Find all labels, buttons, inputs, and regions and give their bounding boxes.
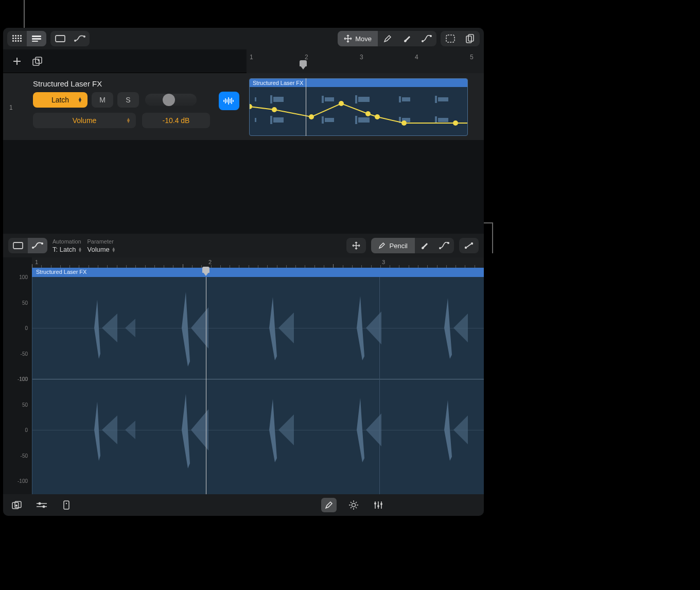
svg-rect-49 <box>273 117 284 123</box>
editor-show-automation-button[interactable] <box>459 238 479 253</box>
edit-mode-button[interactable] <box>321 498 337 512</box>
grid-view-button[interactable] <box>7 31 27 46</box>
track-header[interactable]: 1 Structured Laser FX Latch ▲▼ M S Volum… <box>3 73 247 140</box>
display-mode-group <box>50 31 90 46</box>
ruler-mark: 5 <box>470 54 474 61</box>
move-tool-label: Move <box>355 35 372 43</box>
marquee-button[interactable] <box>441 31 460 46</box>
automation-line[interactable] <box>250 79 468 136</box>
move-tool-button[interactable]: Move <box>338 31 378 46</box>
curve-icon <box>439 242 449 249</box>
library-button[interactable] <box>9 498 25 512</box>
pencil-icon <box>378 242 386 249</box>
track-controls-row1: Latch ▲▼ M S <box>33 92 240 108</box>
editor-parameter[interactable]: Parameter Volume▲▼ <box>87 238 115 253</box>
editor-parameter-value: Volume <box>87 246 109 253</box>
solo-button[interactable]: S <box>117 92 139 108</box>
svg-point-71 <box>43 506 45 508</box>
region-waveform-top <box>250 92 468 107</box>
editor-region-title: Structured Laser FX <box>32 268 484 277</box>
ruler-mark: 3 <box>360 54 363 61</box>
track-lane[interactable]: Structured Laser FX <box>247 73 484 140</box>
editor-playhead[interactable] <box>202 267 209 276</box>
audio-region[interactable]: Structured Laser FX <box>249 78 468 136</box>
timeline-ruler[interactable]: 1 2 3 4 5 <box>247 49 484 73</box>
parameter-label: Volume <box>73 116 97 125</box>
yaxis-label: -100 <box>18 478 28 484</box>
editor-automation-mode[interactable]: Automation T: Latch▲▼ <box>52 238 82 253</box>
svg-rect-55 <box>402 118 410 122</box>
move-icon <box>344 34 352 43</box>
pencil-tool-button[interactable] <box>378 31 397 46</box>
editor-playhead-line <box>206 277 206 494</box>
editor-curve-tool-button[interactable] <box>434 238 454 253</box>
svg-rect-2 <box>18 35 19 37</box>
svg-rect-39 <box>322 96 324 103</box>
audio-editor: Automation T: Latch▲▼ Parameter Volume▲▼… <box>3 234 484 494</box>
nodes-icon <box>464 242 474 249</box>
brush-icon <box>420 241 429 250</box>
editor-waveform-left <box>32 277 484 379</box>
svg-rect-54 <box>399 117 401 123</box>
brush-tool-button[interactable] <box>397 31 417 46</box>
automation-point[interactable] <box>272 107 277 112</box>
svg-rect-10 <box>18 40 19 42</box>
svg-point-18 <box>422 40 424 42</box>
editor-pencil-tool-button[interactable]: Pencil <box>371 238 415 253</box>
svg-rect-14 <box>32 41 38 42</box>
svg-rect-8 <box>12 40 14 42</box>
sliders-icon <box>37 501 47 509</box>
duplicate-track-button[interactable] <box>29 54 46 69</box>
region-view-button[interactable] <box>50 31 70 46</box>
svg-point-60 <box>41 242 43 245</box>
editor-waveform-area[interactable] <box>32 277 484 494</box>
automation-view-button[interactable] <box>70 31 90 46</box>
mixer-button[interactable] <box>34 498 49 512</box>
editor-ruler[interactable]: 1 2 3 <box>32 257 484 268</box>
playhead[interactable] <box>300 60 307 70</box>
svg-rect-58 <box>13 242 23 249</box>
top-toolbar: Move <box>3 28 484 49</box>
ruler-mark: 4 <box>415 54 418 61</box>
svg-point-62 <box>447 242 449 244</box>
view-mode-group <box>7 31 46 46</box>
remote-button[interactable] <box>59 498 74 512</box>
plus-icon <box>12 57 22 66</box>
eq-button[interactable] <box>371 498 386 512</box>
pan-knob[interactable] <box>145 94 197 106</box>
add-track-button[interactable] <box>8 54 26 69</box>
automation-parameter-selector[interactable]: Volume ▲▼ <box>33 113 136 128</box>
svg-rect-52 <box>355 116 357 124</box>
svg-point-88 <box>380 503 382 505</box>
svg-rect-13 <box>32 38 41 40</box>
list-view-button[interactable] <box>27 31 46 46</box>
svg-rect-37 <box>270 95 272 103</box>
svg-point-74 <box>352 504 356 507</box>
editor-automation-value: T: Latch <box>52 246 76 253</box>
svg-point-87 <box>377 505 379 507</box>
svg-rect-5 <box>15 38 16 39</box>
updown-icon: ▲▼ <box>78 247 82 252</box>
svg-rect-22 <box>468 34 474 41</box>
copy-icon <box>466 34 474 43</box>
brightness-button[interactable] <box>346 498 361 512</box>
updown-icon: ▲▼ <box>126 118 131 123</box>
editor-tool-group: Pencil <box>371 238 454 253</box>
svg-point-67 <box>15 505 18 507</box>
mute-button[interactable]: M <box>92 92 113 108</box>
editor-automation-view-button[interactable] <box>28 238 47 253</box>
svg-rect-36 <box>255 97 256 101</box>
editor-region-view-button[interactable] <box>8 238 28 253</box>
copy-button[interactable] <box>460 31 480 46</box>
editor-brush-tool-button[interactable] <box>415 238 434 253</box>
automation-mode-selector[interactable]: Latch ▲▼ <box>33 92 87 108</box>
track-name[interactable]: Structured Laser FX <box>33 79 240 88</box>
edit-tool-group: Move <box>338 31 436 46</box>
svg-rect-38 <box>273 97 284 102</box>
svg-line-82 <box>351 507 352 508</box>
curve-tool-button[interactable] <box>417 31 436 46</box>
automation-value-readout[interactable]: -10.4 dB <box>142 113 210 128</box>
editor-move-button[interactable] <box>346 238 366 253</box>
track-type-icon[interactable] <box>219 92 239 110</box>
ruler-mark: 2 <box>305 54 308 61</box>
